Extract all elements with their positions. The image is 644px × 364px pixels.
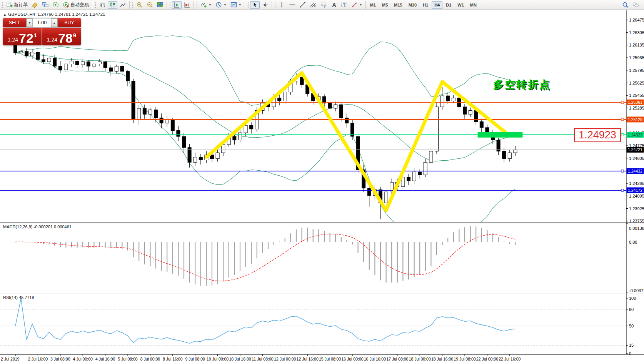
sell-button[interactable]: SELL xyxy=(3,18,26,27)
sell-price-box[interactable]: 1.24 72 1 xyxy=(3,28,42,45)
tool-candle-chart[interactable] xyxy=(108,1,117,9)
trendline-icon xyxy=(299,2,306,8)
tool-auto-scroll[interactable] xyxy=(172,1,182,9)
timeframe-H1[interactable]: H1 xyxy=(420,1,431,9)
svg-text:11 Jul 08:00: 11 Jul 08:00 xyxy=(252,357,274,361)
collapse-triangle-icon[interactable]: ▲ xyxy=(3,13,7,17)
svg-text:A: A xyxy=(332,2,336,8)
chevron-down-icon[interactable]: ▼ xyxy=(209,3,212,7)
rsi-indicator-label: RSI(14) 45.7718 xyxy=(3,295,34,300)
svg-text:1.25965: 1.25965 xyxy=(629,55,644,60)
svg-text:15 Jul 08:00: 15 Jul 08:00 xyxy=(319,357,341,361)
svg-text:22 Jul 00:00: 22 Jul 00:00 xyxy=(476,357,498,361)
hline-handle[interactable] xyxy=(621,170,624,172)
hline-handle[interactable] xyxy=(621,101,624,103)
buy-price-small: 1.24 xyxy=(47,37,57,43)
timeframe-MN[interactable]: MN xyxy=(467,1,479,9)
macd-signal-line xyxy=(15,234,515,281)
sell-price-sup: 1 xyxy=(34,32,37,38)
chart-canvas[interactable]: 1.264751.263051.261351.259651.257951.256… xyxy=(0,10,644,364)
hline-handle[interactable] xyxy=(621,189,624,191)
tool-channel[interactable]: E xyxy=(308,1,318,9)
tool-crayon[interactable] xyxy=(30,1,40,9)
tool-templates[interactable]: ▼ xyxy=(229,1,243,9)
tool-profiles[interactable] xyxy=(40,1,50,9)
timeframe-M5[interactable]: M5 xyxy=(379,1,390,9)
timeframe-H4[interactable]: H4 xyxy=(432,1,442,9)
green-zone-box[interactable] xyxy=(478,132,523,137)
horizontal-lines[interactable] xyxy=(0,101,626,191)
price-callout-box[interactable]: 1.24923 xyxy=(574,128,621,142)
svg-text:1.25455: 1.25455 xyxy=(629,93,644,98)
profiles-icon xyxy=(42,2,48,8)
chart-area[interactable]: 1.264751.263051.261351.259651.257951.256… xyxy=(0,10,644,364)
tool-search[interactable] xyxy=(621,1,630,9)
tool-tile-windows[interactable] xyxy=(155,1,165,9)
tool-vline[interactable] xyxy=(277,1,287,9)
label-icon: T xyxy=(341,2,347,8)
toolbar-separator xyxy=(167,1,167,9)
svg-text:12 Jul 00:00: 12 Jul 00:00 xyxy=(274,357,296,361)
volume-decrease-button[interactable]: ▼ xyxy=(27,18,33,27)
timeframe-D1[interactable]: D1 xyxy=(443,1,454,9)
tool-label: 自动交易 xyxy=(70,2,89,8)
tool-line-chart[interactable] xyxy=(118,1,128,9)
timeframe-M1[interactable]: M1 xyxy=(367,1,379,9)
hline-handle[interactable] xyxy=(621,134,624,136)
one-click-trading-panel: SELL ▼ ▲ BUY 1.24 72 1 1.24 78 9 xyxy=(3,18,81,45)
tool-text[interactable]: A xyxy=(329,1,339,9)
tool-new-order[interactable]: 新订单 xyxy=(5,1,29,9)
svg-text:18 Jul 00:00: 18 Jul 00:00 xyxy=(409,357,431,361)
toolbar-grip xyxy=(2,2,3,8)
chevron-down-icon[interactable]: ▼ xyxy=(224,3,227,7)
timeframe-M15[interactable]: M15 xyxy=(391,1,405,9)
tool-trendline[interactable] xyxy=(298,1,307,9)
chinese-annotation-text[interactable]: 多空转折点 xyxy=(493,78,551,91)
pane-divider[interactable] xyxy=(0,222,644,223)
tool-fibonacci[interactable]: F xyxy=(319,1,328,9)
chevron-down-icon[interactable]: ▼ xyxy=(359,3,362,7)
volume-increase-button[interactable]: ▲ xyxy=(51,18,57,27)
hline-handle[interactable] xyxy=(621,118,624,121)
toolbar-right xyxy=(620,1,641,9)
tool-label[interactable]: T xyxy=(339,1,349,9)
svg-text:5 Jul 08:00: 5 Jul 08:00 xyxy=(118,357,138,361)
timeframe-W1[interactable]: W1 xyxy=(455,1,467,9)
timeframe-bar: M1M5M15M30H1H4D1W1MN xyxy=(367,1,480,9)
price-axis[interactable]: 1.264751.263051.261351.259651.257951.256… xyxy=(626,10,644,356)
tool-chart-shift[interactable] xyxy=(182,1,192,9)
toolbar-separator xyxy=(365,1,366,9)
toolbar-grip xyxy=(132,2,133,8)
tool-hline[interactable] xyxy=(287,1,297,9)
tool-chat[interactable] xyxy=(631,1,641,9)
tool-bar-chart[interactable] xyxy=(97,1,107,9)
tool-zoom-in[interactable] xyxy=(135,1,144,9)
time-axis[interactable]: 2 Jul 20192 Jul 16:003 Jul 08:004 Jul 00… xyxy=(0,354,644,361)
text-icon: A xyxy=(330,2,337,8)
buy-price-box[interactable]: 1.24 78 9 xyxy=(42,28,81,45)
tool-arrows[interactable]: ▼ xyxy=(350,1,364,9)
channel-icon: E xyxy=(310,2,316,8)
tool-cursor[interactable] xyxy=(250,1,260,9)
line-chart-icon xyxy=(120,2,126,8)
svg-text:1.25625: 1.25625 xyxy=(629,81,644,85)
pane-divider[interactable] xyxy=(0,293,644,294)
svg-text:1.24721: 1.24721 xyxy=(628,147,642,152)
chevron-down-icon[interactable]: ▼ xyxy=(239,3,242,7)
buy-button[interactable]: BUY xyxy=(58,18,81,27)
signal-icon xyxy=(52,2,59,8)
svg-text:1.23755: 1.23755 xyxy=(629,219,644,223)
toolbar-groups: 新订单自动交易▼▼▼EFAT▼ xyxy=(1,1,367,9)
tool-autotrading[interactable]: 自动交易 xyxy=(61,1,90,9)
toolbar-separator xyxy=(129,1,130,9)
volume-input[interactable] xyxy=(33,18,51,27)
tool-crosshair[interactable] xyxy=(260,1,270,9)
timeframe-M30[interactable]: M30 xyxy=(406,1,419,9)
tool-periods[interactable]: ▼ xyxy=(214,1,228,9)
tool-signal[interactable] xyxy=(51,1,60,9)
svg-text:9 Jul 08:00: 9 Jul 08:00 xyxy=(185,357,205,361)
buy-price-big: 78 xyxy=(58,32,73,44)
tool-indicators[interactable]: ▼ xyxy=(199,1,213,9)
tool-zoom-out[interactable] xyxy=(145,1,155,9)
rsi-pane xyxy=(0,298,626,345)
